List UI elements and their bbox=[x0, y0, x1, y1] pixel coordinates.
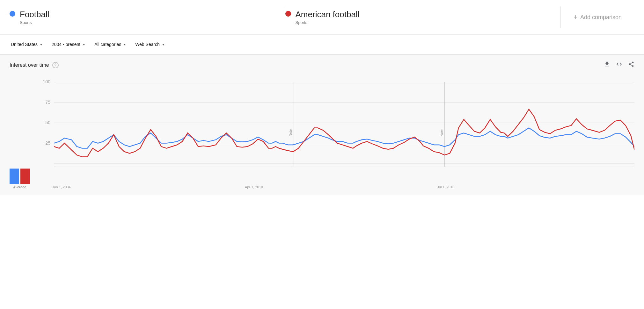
x-label-2004: Jan 1, 2004 bbox=[52, 185, 71, 189]
location-chevron-icon: ▼ bbox=[40, 43, 43, 46]
location-filter[interactable]: United States ▼ bbox=[10, 41, 44, 48]
svg-text:50: 50 bbox=[45, 120, 50, 125]
football-term-category: Sports bbox=[20, 20, 49, 25]
term-card-american-football: American football Sports bbox=[285, 6, 561, 28]
category-label: All categories bbox=[94, 42, 121, 47]
time-filter[interactable]: 2004 - present ▼ bbox=[50, 41, 87, 48]
x-axis: Jan 1, 2004 Apr 1, 2010 Jul 1, 2016 end bbox=[36, 184, 634, 189]
chart-title-area: Interest over time ? bbox=[10, 62, 59, 68]
american-football-term-info: American football Sports bbox=[296, 10, 360, 25]
category-filter[interactable]: All categories ▼ bbox=[93, 41, 128, 48]
download-button[interactable] bbox=[604, 61, 610, 69]
trend-chart: 100 75 50 25 Note Note bbox=[36, 75, 634, 184]
legend-area: Average bbox=[10, 165, 30, 189]
search-type-chevron-icon: ▼ bbox=[162, 43, 165, 46]
football-term-name: Football bbox=[20, 10, 49, 19]
chart-title: Interest over time bbox=[10, 62, 49, 68]
legend-label: Average bbox=[13, 185, 26, 189]
search-type-label: Web Search bbox=[135, 42, 160, 47]
time-label: 2004 - present bbox=[52, 42, 80, 47]
legend-bar-football bbox=[10, 169, 19, 184]
american-football-dot bbox=[285, 11, 291, 17]
category-chevron-icon: ▼ bbox=[123, 43, 126, 46]
add-comparison-button[interactable]: + Add comparison bbox=[561, 6, 634, 28]
header-section: Football Sports American football Sports… bbox=[0, 0, 644, 35]
football-term-info: Football Sports bbox=[20, 10, 49, 25]
svg-text:75: 75 bbox=[45, 100, 50, 105]
location-label: United States bbox=[11, 42, 38, 47]
american-football-line bbox=[54, 109, 634, 157]
legend-bars bbox=[10, 165, 30, 184]
svg-text:Note: Note bbox=[289, 129, 292, 136]
x-label-2010: Apr 1, 2010 bbox=[245, 185, 263, 189]
svg-text:Note: Note bbox=[440, 129, 443, 136]
legend-bar-american-football bbox=[20, 169, 30, 184]
chart-container: Average 100 75 50 25 bbox=[10, 75, 634, 192]
svg-text:25: 25 bbox=[45, 140, 50, 146]
graph-area: 100 75 50 25 Note Note Jan 1, 2004 Apr 1… bbox=[36, 75, 634, 189]
embed-button[interactable] bbox=[616, 61, 622, 69]
chart-section: Interest over time ? Average bbox=[0, 55, 644, 195]
help-icon-label: ? bbox=[54, 63, 56, 67]
chart-actions bbox=[604, 61, 634, 69]
help-icon[interactable]: ? bbox=[52, 62, 59, 68]
american-football-term-name: American football bbox=[296, 10, 360, 19]
football-dot bbox=[10, 11, 15, 17]
time-chevron-icon: ▼ bbox=[82, 43, 85, 46]
chart-header: Interest over time ? bbox=[10, 61, 634, 69]
term-card-football: Football Sports bbox=[10, 6, 285, 28]
x-label-2016: Jul 1, 2016 bbox=[437, 185, 454, 189]
plus-icon: + bbox=[574, 13, 578, 21]
search-type-filter[interactable]: Web Search ▼ bbox=[134, 41, 166, 48]
share-button[interactable] bbox=[628, 61, 634, 69]
filters-section: United States ▼ 2004 - present ▼ All cat… bbox=[0, 35, 644, 55]
american-football-term-category: Sports bbox=[296, 20, 360, 25]
add-comparison-label: Add comparison bbox=[580, 14, 622, 21]
svg-text:100: 100 bbox=[43, 79, 50, 85]
